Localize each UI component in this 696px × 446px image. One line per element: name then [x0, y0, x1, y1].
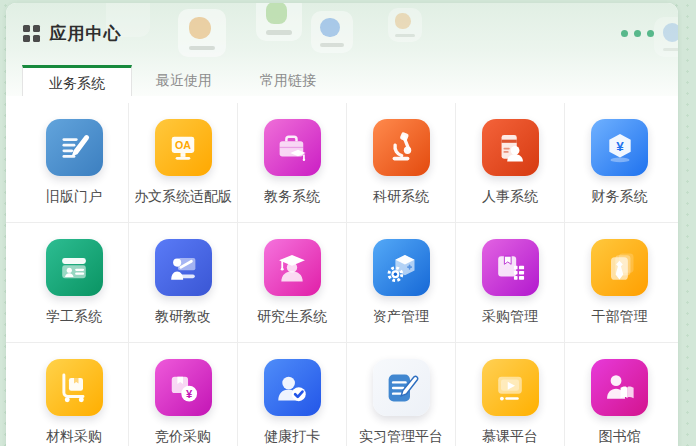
- app-grid-row: 材料采购¥竞价采购健康打卡实习管理平台慕课平台图书馆: [6, 343, 678, 446]
- bar-shape: [663, 48, 678, 52]
- app-tile-library[interactable]: 图书馆: [565, 343, 674, 446]
- app-tile-student-affairs-system[interactable]: 学工系统: [20, 223, 129, 342]
- briefcase-gradcap-icon: [264, 119, 321, 176]
- app-label: 健康打卡: [264, 428, 320, 446]
- page-title: 应用中心: [50, 22, 122, 45]
- app-tile-old-portal[interactable]: 旧版门户: [20, 103, 129, 222]
- tab-business-systems[interactable]: 业务系统: [22, 65, 132, 96]
- document-pen-light-icon: [373, 359, 430, 416]
- box-list-icon: [482, 239, 539, 296]
- app-label: 图书馆: [599, 428, 641, 446]
- tab-recently-used[interactable]: 最近使用: [132, 65, 236, 96]
- student-card-icon: [46, 239, 103, 296]
- app-label: 干部管理: [592, 308, 648, 326]
- app-label: 采购管理: [482, 308, 538, 326]
- ellipsis-icon: [647, 30, 654, 37]
- app-label: 科研系统: [373, 188, 429, 206]
- app-label: 财务系统: [592, 188, 648, 206]
- ellipsis-icon: [634, 30, 641, 37]
- document-pen-icon: [46, 119, 103, 176]
- page: 应用中心 业务系统最近使用常用链接 旧版门户OA办文系统适配版教务系统科研系统人…: [0, 0, 696, 446]
- app-grid-row: 旧版门户OA办文系统适配版教务系统科研系统人事系统¥财务系统: [6, 96, 678, 223]
- app-tile-bidding-procurement[interactable]: ¥竞价采购: [129, 343, 238, 446]
- panel-header: 应用中心 业务系统最近使用常用链接: [6, 3, 678, 96]
- app-grid: 旧版门户OA办文系统适配版教务系统科研系统人事系统¥财务系统学工系统教研教改研究…: [6, 96, 678, 446]
- svg-text:¥: ¥: [616, 139, 624, 154]
- header-row: 应用中心: [6, 3, 678, 45]
- idcard-person-icon: [482, 119, 539, 176]
- app-tile-material-procurement[interactable]: 材料采购: [20, 343, 129, 446]
- app-grid-row: 学工系统教研教改研究生系统资产管理采购管理干部管理: [6, 223, 678, 343]
- app-label: 办文系统适配版: [134, 188, 232, 206]
- app-label: 慕课平台: [482, 428, 538, 446]
- tab-common-links[interactable]: 常用链接: [236, 65, 340, 96]
- app-tile-finance-system[interactable]: ¥财务系统: [565, 103, 674, 222]
- app-label: 学工系统: [46, 308, 102, 326]
- hexagon-yuan-icon: ¥: [591, 119, 648, 176]
- box-coin-icon: ¥: [155, 359, 212, 416]
- video-player-icon: [482, 359, 539, 416]
- trolley-box-icon: [46, 359, 103, 416]
- app-tile-cadre-management[interactable]: 干部管理: [565, 223, 674, 342]
- app-tile-internship-platform[interactable]: 实习管理平台: [347, 343, 456, 446]
- microscope-icon: [373, 119, 430, 176]
- app-tile-teaching-research-reform[interactable]: 教研教改: [129, 223, 238, 342]
- oa-monitor-icon: OA: [155, 119, 212, 176]
- person-book-icon: [591, 359, 648, 416]
- ellipsis-icon: [621, 30, 628, 37]
- app-tile-procurement-management[interactable]: 采购管理: [456, 223, 565, 342]
- app-label: 研究生系统: [257, 308, 327, 326]
- app-tile-research-system[interactable]: 科研系统: [347, 103, 456, 222]
- apps-grid-icon: [23, 25, 40, 42]
- bar-shape: [189, 46, 216, 50]
- app-tile-health-checkin[interactable]: 健康打卡: [238, 343, 347, 446]
- person-check-icon: [264, 359, 321, 416]
- app-tile-mooc-platform[interactable]: 慕课平台: [456, 343, 565, 446]
- app-label: 材料采购: [46, 428, 102, 446]
- more-menu-button[interactable]: [621, 30, 654, 37]
- app-label: 人事系统: [482, 188, 538, 206]
- svg-text:¥: ¥: [186, 387, 193, 399]
- svg-text:OA: OA: [175, 138, 191, 150]
- app-tile-oa-document-system[interactable]: OA办文系统适配版: [129, 103, 238, 222]
- app-tile-academic-affairs-system[interactable]: 教务系统: [238, 103, 347, 222]
- app-tile-hr-system[interactable]: 人事系统: [456, 103, 565, 222]
- tie-card-icon: [591, 239, 648, 296]
- app-label: 旧版门户: [46, 188, 102, 206]
- app-label: 实习管理平台: [359, 428, 443, 446]
- tab-bar: 业务系统最近使用常用链接: [22, 65, 340, 96]
- app-label: 教研教改: [155, 308, 211, 326]
- app-label: 竞价采购: [155, 428, 211, 446]
- app-tile-asset-management[interactable]: 资产管理: [347, 223, 456, 342]
- app-label: 资产管理: [373, 308, 429, 326]
- teacher-board-icon: [155, 239, 212, 296]
- app-center-panel: 应用中心 业务系统最近使用常用链接 旧版门户OA办文系统适配版教务系统科研系统人…: [6, 3, 678, 446]
- graduate-icon: [264, 239, 321, 296]
- cube-gear-icon: [373, 239, 430, 296]
- app-label: 教务系统: [264, 188, 320, 206]
- app-tile-graduate-system[interactable]: 研究生系统: [238, 223, 347, 342]
